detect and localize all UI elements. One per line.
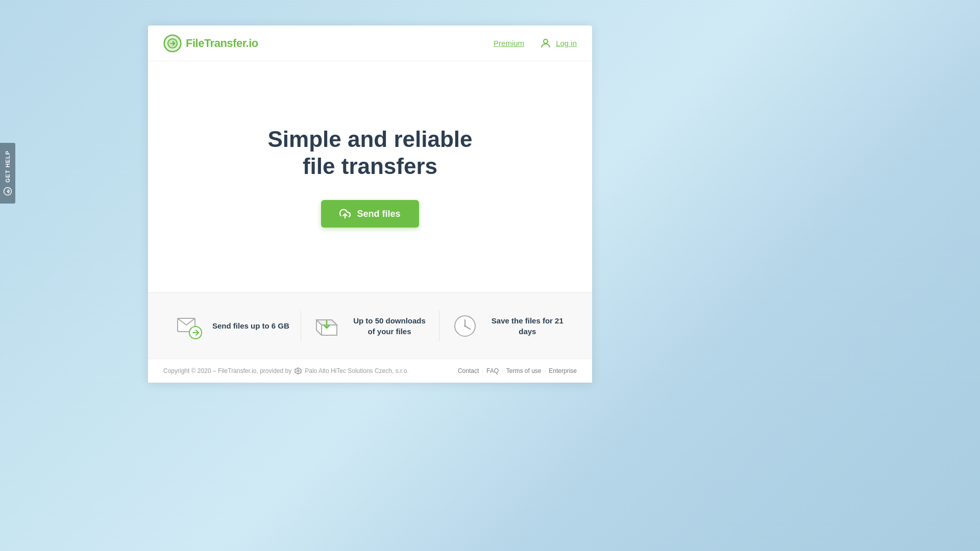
feature-downloads: Up to 50 downloads of your files (301, 311, 439, 341)
get-help-tab[interactable]: GET HELP (0, 143, 15, 204)
login-label: Log in (556, 39, 577, 47)
headset-icon (3, 187, 12, 196)
terms-link[interactable]: Terms of use (506, 367, 542, 374)
upload-cloud-icon (339, 208, 351, 219)
contact-link[interactable]: Contact (458, 367, 479, 374)
logo-icon (163, 34, 182, 53)
svg-point-1 (7, 191, 8, 192)
enterprise-link[interactable]: Enterprise (549, 367, 577, 374)
feature-downloads-text: Up to 50 downloads of your files (350, 315, 428, 337)
main-container: FileTransfer.io Premium Log in Simple an… (148, 26, 592, 383)
get-help-label: GET HELP (5, 151, 11, 183)
faq-link[interactable]: FAQ (486, 367, 499, 374)
premium-link[interactable]: Premium (494, 39, 524, 47)
company-text: Palo Alto HiTec Solutions Czech, s.r.o. (305, 367, 408, 374)
send-files-label: Send files (357, 209, 400, 219)
logo-bold: FileTransfer (186, 37, 246, 49)
feature-send-size-text: Send files up to 6 GB (212, 320, 289, 331)
user-icon (540, 37, 552, 49)
headline-line1: Simple and reliable (267, 127, 472, 152)
footer-links: Contact · FAQ · Terms of use · Enterpris… (458, 367, 577, 374)
logo-text: FileTransfer.io (186, 37, 258, 50)
logo-accent: .io (246, 37, 258, 49)
copyright-text: Copyright © 2020 – FileTransfer.io, prov… (163, 367, 291, 374)
feature-save-days-text: Save the files for 21 days (488, 315, 567, 337)
header: FileTransfer.io Premium Log in (148, 26, 592, 61)
features-section: Send files up to 6 GB Up to 50 downloads… (148, 292, 592, 359)
box-download-icon (311, 311, 342, 341)
send-files-button[interactable]: Send files (321, 200, 419, 228)
clock-icon (450, 311, 480, 341)
header-nav: Premium Log in (494, 37, 577, 49)
headline: Simple and reliable file transfers (267, 126, 472, 180)
feature-send-size: Send files up to 6 GB (163, 311, 301, 341)
footer: Copyright © 2020 – FileTransfer.io, prov… (148, 359, 592, 383)
login-button[interactable]: Log in (540, 37, 577, 49)
envelope-arrow-icon (174, 311, 204, 341)
palo-alto-logo-icon (295, 367, 302, 374)
footer-copyright: Copyright © 2020 – FileTransfer.io, prov… (163, 367, 409, 374)
headline-line2: file transfers (303, 154, 437, 179)
logo: FileTransfer.io (163, 34, 258, 53)
main-content: Simple and reliable file transfers Send … (148, 61, 592, 292)
svg-point-6 (544, 39, 548, 43)
feature-save-days: Save the files for 21 days (439, 311, 577, 341)
svg-point-16 (464, 325, 466, 327)
